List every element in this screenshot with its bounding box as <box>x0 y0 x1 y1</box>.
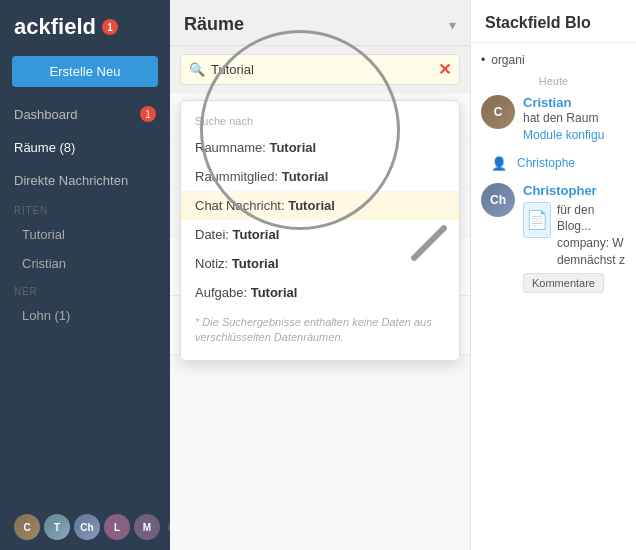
search-bar: 🔍 ✕ Suche nach Raumname: Tutorial Raummi… <box>170 46 470 93</box>
sidebar: ackfield 1 Erstelle Neu Dashboard 1 Räum… <box>0 0 170 550</box>
activity-item-christopher-sub: 👤 Christophe <box>481 156 626 171</box>
dropdown-item-datei[interactable]: Datei: Tutorial <box>181 220 459 249</box>
dropdown-item-notiz[interactable]: Notiz: Tutorial <box>181 249 459 278</box>
dropdown-item-chat[interactable]: Chat Nachricht: Tutorial <box>181 191 459 220</box>
logo-badge: 1 <box>102 19 118 35</box>
activity-body-christopher: Christopher 📄 für den Blog...company: Wd… <box>523 183 626 293</box>
search-input[interactable] <box>211 62 438 77</box>
dropdown-item-raummitglied[interactable]: Raummitglied: Tutorial <box>181 162 459 191</box>
bullet-text-1: organi <box>491 53 524 67</box>
today-label: Heute <box>481 75 626 87</box>
search-dropdown: Suche nach Raumname: Tutorial Raummitgli… <box>180 100 460 361</box>
dropdown-item-raumname[interactable]: Raumname: Tutorial <box>181 133 459 162</box>
checkmark-icon: 👤 <box>491 156 507 171</box>
activity-doc-text: für den Blog...company: Wdemnächst z <box>557 202 626 269</box>
sidebar-section-riten: RITEN <box>0 197 170 220</box>
app-logo: ackfield 1 <box>0 0 170 50</box>
sidebar-subitem-lohn[interactable]: Lohn (1) <box>0 301 170 330</box>
sidebar-section-ner: NER <box>0 278 170 301</box>
christopher-link[interactable]: Christophe <box>517 156 575 170</box>
sidebar-raume-label: Räume (8) <box>14 140 75 155</box>
search-clear-button[interactable]: ✕ <box>438 60 451 79</box>
activity-item-cristian: C Cristian hat den Raum Module konfigu <box>481 95 626 144</box>
search-input-wrap: 🔍 ✕ <box>180 54 460 85</box>
activity-link-cristian[interactable]: Module konfigu <box>523 128 604 142</box>
create-new-button[interactable]: Erstelle Neu <box>12 56 158 87</box>
document-icon: 📄 <box>523 202 551 238</box>
avatar-row: C T Ch L M <box>14 514 160 540</box>
activity-item-christopher: Ch Christopher 📄 für den Blog...company:… <box>481 183 626 293</box>
dropdown-item-aufgabe[interactable]: Aufgabe: Tutorial <box>181 278 459 307</box>
avatar-3: Ch <box>74 514 100 540</box>
activity-body-cristian: Cristian hat den Raum Module konfigu <box>523 95 626 144</box>
sidebar-dashboard-label: Dashboard <box>14 107 78 122</box>
avatar-2: T <box>44 514 70 540</box>
sidebar-item-raume[interactable]: Räume (8) <box>0 131 170 164</box>
bullet-item-1: • organi <box>481 53 626 67</box>
avatar-1: C <box>14 514 40 540</box>
sidebar-footer: C T Ch L M ⚙ <box>0 504 170 550</box>
sidebar-subitem-tutorial[interactable]: Tutorial <box>0 220 170 249</box>
activity-avatar-cristian: C <box>481 95 515 129</box>
dashboard-badge: 1 <box>140 106 156 122</box>
avatar-4: L <box>104 514 130 540</box>
sidebar-item-direkte[interactable]: Direkte Nachrichten <box>0 164 170 197</box>
rooms-title: Räume <box>184 14 244 35</box>
activity-body-christopher-sub: Christophe <box>517 156 626 170</box>
logo-text: ackfield <box>14 14 96 40</box>
kommentare-button[interactable]: Kommentare <box>523 273 604 293</box>
right-panel-content: • organi Heute C Cristian hat den Raum M… <box>471 43 636 550</box>
activity-name-cristian[interactable]: Cristian <box>523 95 626 110</box>
right-panel-header: Stackfield Blo <box>471 0 636 43</box>
dropdown-note: * Die Suchergebnisse enthalten keine Dat… <box>181 307 459 350</box>
dropdown-header: Suche nach <box>181 111 459 133</box>
activity-name-christopher[interactable]: Christopher <box>523 183 626 198</box>
main-header: Räume ▾ <box>170 0 470 46</box>
activity-text-cristian: hat den Raum Module konfigu <box>523 110 626 144</box>
right-title: Stackfield Blo <box>485 14 591 31</box>
sidebar-direkte-label: Direkte Nachrichten <box>14 173 128 188</box>
christopher-text: für den Blog...company: Wdemnächst z <box>557 202 626 269</box>
avatar-5: M <box>134 514 160 540</box>
right-panel: Stackfield Blo • organi Heute C Cristian… <box>470 0 636 550</box>
chevron-down-icon[interactable]: ▾ <box>449 17 456 33</box>
sidebar-item-dashboard[interactable]: Dashboard 1 <box>0 97 170 131</box>
bullet-dot-1: • <box>481 53 485 67</box>
activity-avatar-christopher: Ch <box>481 183 515 217</box>
search-icon: 🔍 <box>189 62 205 77</box>
main-panel: Räume ▾ 🔍 ✕ Suche nach Raumname: Tutoria… <box>170 0 470 550</box>
sidebar-subitem-cristian[interactable]: Cristian <box>0 249 170 278</box>
